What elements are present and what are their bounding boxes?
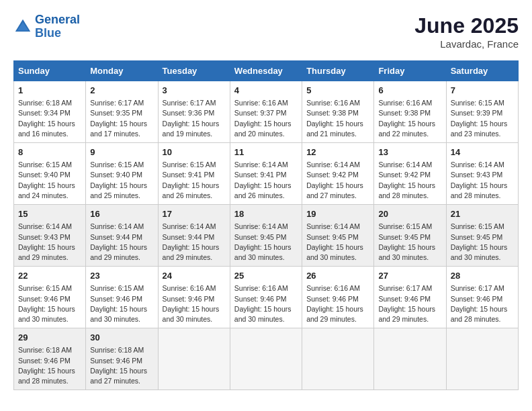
- day-10: 10 Sunrise: 6:15 AMSunset: 9:41 PMDaylig…: [158, 143, 230, 205]
- empty-cell-1: [158, 328, 230, 390]
- day-12: 12 Sunrise: 6:14 AMSunset: 9:42 PMDaylig…: [302, 143, 374, 205]
- day-24: 24 Sunrise: 6:16 AMSunset: 9:46 PMDaylig…: [158, 267, 230, 328]
- calendar-week-1: 1 Sunrise: 6:18 AM Sunset: 9:34 PM Dayli…: [14, 81, 519, 143]
- day-1: 1 Sunrise: 6:18 AM Sunset: 9:34 PM Dayli…: [14, 81, 86, 143]
- day-26: 26 Sunrise: 6:16 AMSunset: 9:46 PMDaylig…: [302, 267, 374, 328]
- header-tuesday: Tuesday: [158, 61, 230, 81]
- header-thursday: Thursday: [302, 61, 374, 81]
- day-11: 11 Sunrise: 6:14 AMSunset: 9:41 PMDaylig…: [230, 143, 302, 205]
- day-20: 20 Sunrise: 6:15 AMSunset: 9:45 PMDaylig…: [374, 205, 446, 267]
- day-29: 29 Sunrise: 6:18 AMSunset: 9:46 PMDaylig…: [14, 328, 86, 390]
- calendar-table: Sunday Monday Tuesday Wednesday Thursday…: [13, 60, 519, 390]
- day-21: 21 Sunrise: 6:15 AMSunset: 9:45 PMDaylig…: [446, 205, 518, 267]
- day-17: 17 Sunrise: 6:14 AMSunset: 9:44 PMDaylig…: [158, 205, 230, 267]
- day-14: 14 Sunrise: 6:14 AMSunset: 9:43 PMDaylig…: [446, 143, 518, 205]
- day-28: 28 Sunrise: 6:17 AMSunset: 9:46 PMDaylig…: [446, 267, 518, 328]
- logo-icon: [13, 17, 32, 36]
- day-3: 3 Sunrise: 6:17 AMSunset: 9:36 PMDayligh…: [158, 81, 230, 143]
- location: Lavardac, France: [414, 38, 519, 50]
- day-6: 6 Sunrise: 6:16 AMSunset: 9:38 PMDayligh…: [374, 81, 446, 143]
- day-2: 2 Sunrise: 6:17 AMSunset: 9:35 PMDayligh…: [86, 81, 158, 143]
- calendar-week-5: 29 Sunrise: 6:18 AMSunset: 9:46 PMDaylig…: [14, 328, 519, 390]
- empty-cell-5: [446, 328, 518, 390]
- day-16: 16 Sunrise: 6:14 AMSunset: 9:44 PMDaylig…: [86, 205, 158, 267]
- day-5: 5 Sunrise: 6:16 AMSunset: 9:38 PMDayligh…: [302, 81, 374, 143]
- day-23: 23 Sunrise: 6:15 AMSunset: 9:46 PMDaylig…: [86, 267, 158, 328]
- empty-cell-3: [302, 328, 374, 390]
- calendar-header-row: Sunday Monday Tuesday Wednesday Thursday…: [14, 61, 519, 81]
- sunrise-label: Sunrise:: [18, 99, 46, 107]
- day-13: 13 Sunrise: 6:14 AMSunset: 9:42 PMDaylig…: [374, 143, 446, 205]
- day-7: 7 Sunrise: 6:15 AMSunset: 9:39 PMDayligh…: [446, 81, 518, 143]
- day-4: 4 Sunrise: 6:16 AMSunset: 9:37 PMDayligh…: [230, 81, 302, 143]
- day-19: 19 Sunrise: 6:14 AMSunset: 9:45 PMDaylig…: [302, 205, 374, 267]
- day-8: 8 Sunrise: 6:15 AMSunset: 9:40 PMDayligh…: [14, 143, 86, 205]
- calendar-week-2: 8 Sunrise: 6:15 AMSunset: 9:40 PMDayligh…: [14, 143, 519, 205]
- month-title: June 2025: [414, 13, 519, 38]
- calendar-week-3: 15 Sunrise: 6:14 AMSunset: 9:43 PMDaylig…: [14, 205, 519, 267]
- day-30: 30 Sunrise: 6:18 AMSunset: 9:46 PMDaylig…: [86, 328, 158, 390]
- header-monday: Monday: [86, 61, 158, 81]
- day-15: 15 Sunrise: 6:14 AMSunset: 9:43 PMDaylig…: [14, 205, 86, 267]
- day-25: 25 Sunrise: 6:16 AMSunset: 9:46 PMDaylig…: [230, 267, 302, 328]
- day-9: 9 Sunrise: 6:15 AMSunset: 9:40 PMDayligh…: [86, 143, 158, 205]
- empty-cell-4: [374, 328, 446, 390]
- header-friday: Friday: [374, 61, 446, 81]
- calendar-week-4: 22 Sunrise: 6:15 AMSunset: 9:46 PMDaylig…: [14, 267, 519, 328]
- day-18: 18 Sunrise: 6:14 AMSunset: 9:45 PMDaylig…: [230, 205, 302, 267]
- header-sunday: Sunday: [14, 61, 86, 81]
- sunset-label: Sunset:: [18, 109, 44, 117]
- empty-cell-2: [230, 328, 302, 390]
- logo-text: General Blue: [35, 13, 80, 40]
- day-27: 27 Sunrise: 6:17 AMSunset: 9:46 PMDaylig…: [374, 267, 446, 328]
- page-header: General Blue June 2025 Lavardac, France: [13, 13, 519, 50]
- header-wednesday: Wednesday: [230, 61, 302, 81]
- day-22: 22 Sunrise: 6:15 AMSunset: 9:46 PMDaylig…: [14, 267, 86, 328]
- title-section: June 2025 Lavardac, France: [414, 13, 519, 50]
- logo: General Blue: [13, 13, 80, 40]
- header-saturday: Saturday: [446, 61, 518, 81]
